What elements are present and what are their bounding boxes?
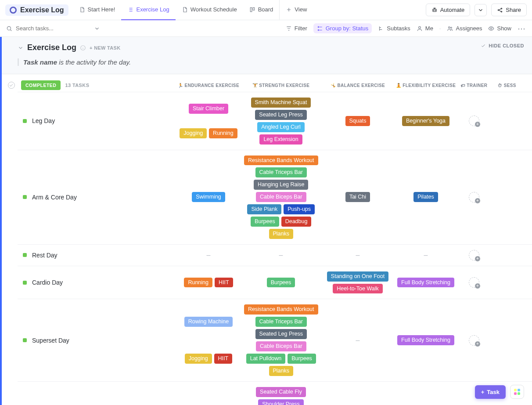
status-square-icon[interactable] bbox=[23, 338, 27, 342]
endurance-cell[interactable]: Rowing Machine bbox=[176, 386, 241, 405]
status-square-icon[interactable] bbox=[23, 281, 27, 285]
tag[interactable]: Rowing Machine bbox=[184, 317, 233, 327]
status-square-icon[interactable] bbox=[23, 253, 27, 257]
flexibility-cell[interactable]: Beginner's Yoga bbox=[395, 97, 457, 145]
balance-cell[interactable]: Standing on One FootHeel-to-Toe Walk bbox=[320, 271, 395, 295]
tag[interactable]: Cable Triceps Bar bbox=[255, 167, 307, 177]
tab-exercise-log[interactable]: Exercise Log bbox=[121, 0, 175, 20]
flexibility-cell[interactable]: Pilates bbox=[395, 155, 457, 240]
tag[interactable]: Pilates bbox=[413, 192, 438, 202]
tag[interactable]: Cable Biceps Bar bbox=[256, 192, 306, 202]
tag[interactable]: Full Body Stretching bbox=[397, 335, 454, 345]
task-name-cell[interactable]: Leg Day bbox=[18, 97, 176, 145]
new-task-button[interactable]: + NEW TASK bbox=[90, 45, 120, 51]
tag[interactable]: Stair Climber bbox=[189, 104, 228, 114]
task-name-cell[interactable]: Rest Day bbox=[18, 249, 176, 261]
endurance-cell[interactable]: Stair ClimberJoggingRunning bbox=[176, 97, 241, 145]
tag[interactable]: Beginner's Yoga bbox=[402, 116, 449, 126]
tag[interactable]: Push-ups bbox=[284, 204, 315, 214]
tag[interactable]: Full Body Stretching bbox=[397, 278, 454, 288]
assignee-avatar-icon[interactable] bbox=[469, 277, 479, 288]
flexibility-cell[interactable]: – bbox=[395, 249, 457, 261]
status-square-icon[interactable] bbox=[23, 195, 27, 199]
assignees-button[interactable]: Assignees bbox=[447, 25, 482, 32]
tab-view[interactable]: View bbox=[279, 0, 313, 20]
tag[interactable]: Smith Machine Squat bbox=[251, 98, 311, 108]
balance-cell[interactable]: Tai Chi bbox=[320, 155, 395, 240]
trainer-cell[interactable] bbox=[457, 304, 492, 376]
tag[interactable]: Cable Triceps Bar bbox=[255, 317, 307, 327]
strength-cell[interactable]: Resistance Bands WorkoutCable Triceps Ba… bbox=[241, 155, 320, 240]
apps-button[interactable] bbox=[510, 385, 524, 399]
endurance-cell[interactable]: Rowing MachineJoggingHIIT bbox=[176, 304, 241, 376]
info-icon[interactable] bbox=[80, 45, 86, 51]
tag[interactable]: Squats bbox=[345, 116, 370, 126]
table-row[interactable]: Arm & Core DaySwimmingResistance Bands W… bbox=[18, 150, 532, 244]
tag[interactable]: Swimming bbox=[192, 192, 225, 202]
session-cell[interactable] bbox=[492, 304, 522, 376]
flexibility-column-head[interactable]: 🧘 FLEXIBILITY EXERCISE bbox=[395, 83, 457, 88]
tag[interactable]: Side Plank bbox=[247, 204, 281, 214]
tag[interactable]: Leg Extension bbox=[259, 134, 302, 145]
trainer-cell[interactable] bbox=[457, 271, 492, 295]
trainer-cell[interactable] bbox=[457, 155, 492, 240]
tag[interactable]: Burpees bbox=[288, 354, 316, 364]
tab-start-here-[interactable]: Start Here! bbox=[73, 0, 122, 20]
strength-cell[interactable]: Burpees bbox=[241, 271, 320, 295]
search[interactable] bbox=[6, 25, 100, 32]
table-row[interactable]: Leg DayStair ClimberJoggingRunningSmith … bbox=[18, 92, 532, 150]
tab-workout-schedule[interactable]: Workout Schedule bbox=[176, 0, 243, 20]
status-square-icon[interactable] bbox=[23, 119, 27, 123]
tag[interactable]: Planks bbox=[269, 366, 294, 376]
endurance-cell[interactable]: RunningHIIT bbox=[176, 271, 241, 295]
automate-button[interactable]: Automate bbox=[426, 4, 471, 16]
tag[interactable]: Shoulder Press bbox=[258, 399, 303, 405]
task-name-cell[interactable]: Cardio Day bbox=[18, 271, 176, 295]
task-name-cell[interactable]: Chest, Back, and Shoulders Day bbox=[18, 386, 176, 405]
flexibility-cell[interactable]: Beginner's Yoga bbox=[395, 386, 457, 405]
space-chip[interactable]: Exercise Log bbox=[5, 4, 68, 16]
check-circle-icon[interactable] bbox=[8, 82, 15, 89]
hide-closed-button[interactable]: HIDE CLOSED bbox=[481, 43, 524, 48]
new-task-floating-button[interactable]: + Task bbox=[475, 385, 506, 399]
balance-cell[interactable]: – bbox=[320, 304, 395, 376]
session-cell[interactable] bbox=[492, 97, 522, 145]
endurance-cell[interactable]: Swimming bbox=[176, 155, 241, 240]
automate-dropdown-button[interactable] bbox=[474, 4, 487, 16]
trainer-column-head[interactable]: 🏷 TRAINER bbox=[457, 83, 492, 88]
status-completed-chip[interactable]: COMPLETED bbox=[21, 80, 61, 90]
assignee-avatar-icon[interactable] bbox=[469, 335, 479, 346]
tab-board[interactable]: Board bbox=[243, 0, 280, 20]
tag[interactable]: Seated Cable Fly bbox=[256, 387, 306, 397]
share-button[interactable]: Share bbox=[491, 4, 527, 16]
tag[interactable]: Jogging bbox=[185, 354, 212, 364]
session-column-head[interactable]: ⏱ SESS bbox=[492, 83, 522, 88]
tag[interactable]: Running bbox=[184, 278, 212, 288]
flexibility-cell[interactable]: Full Body Stretching bbox=[395, 271, 457, 295]
tag[interactable]: Tai Chi bbox=[345, 192, 370, 202]
tag[interactable]: Resistance Bands Workout bbox=[244, 155, 318, 166]
tag[interactable]: Planks bbox=[269, 229, 294, 239]
tag[interactable]: HIIT bbox=[214, 354, 233, 364]
assignee-avatar-icon[interactable] bbox=[469, 116, 479, 126]
tag[interactable]: Angled Leg Curl bbox=[257, 122, 305, 132]
table-row[interactable]: Chest, Back, and Shoulders DayRowing Mac… bbox=[18, 381, 532, 405]
strength-cell[interactable]: Resistance Bands WorkoutCable Triceps Ba… bbox=[241, 304, 320, 376]
more-icon[interactable]: ⋯ bbox=[518, 24, 526, 33]
session-cell[interactable] bbox=[492, 155, 522, 240]
session-cell[interactable] bbox=[492, 271, 522, 295]
search-input[interactable] bbox=[16, 25, 77, 32]
tag[interactable]: Burpees bbox=[267, 278, 295, 288]
table-row[interactable]: Rest Day–––– bbox=[18, 244, 532, 266]
tag[interactable]: HIIT bbox=[215, 278, 233, 288]
endurance-cell[interactable]: – bbox=[176, 249, 241, 261]
flexibility-cell[interactable]: Full Body Stretching bbox=[395, 304, 457, 376]
show-button[interactable]: Show bbox=[488, 25, 511, 32]
subtasks-button[interactable]: Subtasks bbox=[378, 25, 410, 32]
tag[interactable]: Seated Leg Press bbox=[255, 329, 307, 339]
chevron-down-icon[interactable] bbox=[94, 25, 100, 32]
tag[interactable]: Hanging Leg Raise bbox=[254, 180, 308, 190]
trainer-cell[interactable] bbox=[457, 249, 492, 261]
endurance-column-head[interactable]: 🏃 ENDURANCE EXERCISE bbox=[176, 83, 241, 88]
task-name-cell[interactable]: Arm & Core Day bbox=[18, 155, 176, 240]
